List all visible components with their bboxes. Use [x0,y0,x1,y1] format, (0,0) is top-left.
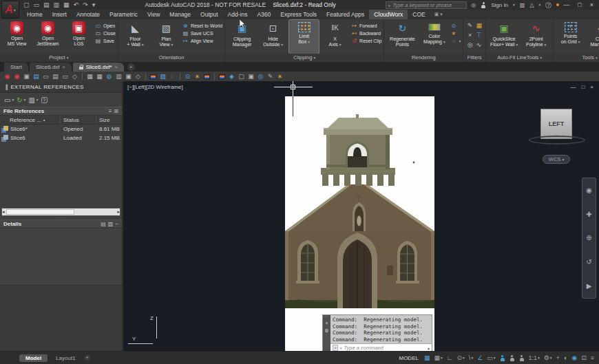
group-title-clipping[interactable]: Clipping ▾ [225,54,383,62]
customization-menu-button[interactable]: ≡ [591,354,594,361]
tab-output[interactable]: Output [196,10,223,19]
save-icon[interactable]: ▤ [43,1,50,8]
clash-manager-button[interactable]: ◆ Clash Manager ▾ [587,20,599,54]
pointcloud-axis-icon[interactable]: ▥ [115,73,123,81]
new-icon[interactable]: ▢ [23,1,30,8]
clean-screen-toggle[interactable]: ⊡ [581,354,587,361]
details-preview-icon[interactable]: ▨ [108,221,114,227]
sketch-icon[interactable]: ✎ [266,73,274,81]
vp-minimize-button[interactable]: — [570,84,576,90]
grid-display-toggle[interactable]: ▦ [424,354,430,361]
copy-view-icon[interactable]: ▣ [23,73,30,81]
command-grip[interactable]: ···· × ⚙ [323,315,330,351]
xref-row-slice6-current[interactable]: Slice6* Opened 8.61 MB [0,125,122,133]
command-input[interactable]: > ▾ Type a command ▴ [330,343,432,351]
colormap-icon[interactable] [203,73,211,81]
regenerate-points-button[interactable]: ↻ RegeneratePoints [386,20,418,54]
tab-addins[interactable]: Add-ins [223,10,253,19]
render-option-1-button[interactable]: ⊙ [450,23,461,29]
showmotion-icon[interactable]: ▶ [587,282,592,290]
undo-icon[interactable]: ↶ [74,1,79,8]
model-space-label[interactable]: MODEL [399,355,418,361]
help-icon[interactable]: ? [545,2,551,8]
clip-forward-button[interactable]: ↦ Forward [351,23,381,29]
cloud-sync-icon[interactable]: ◌ [169,73,176,81]
tab-insert[interactable]: Insert [48,10,72,19]
dynamic-input-toggle[interactable]: ∠ [477,354,483,361]
details-collapse-icon[interactable]: − [115,221,118,227]
list-view-icon[interactable]: ≡ [109,108,112,114]
tab-express-tools[interactable]: Express Tools [275,10,322,19]
tab-manage[interactable]: Manage [165,10,196,19]
open-jetstream-icon[interactable]: ◉ [13,73,21,81]
tab-slice6-dxf[interactable]: Slice6.dxf × [30,63,72,72]
tab-coe[interactable]: COE [408,10,430,19]
vp-restore-button[interactable]: □ [581,84,585,90]
tab-a360[interactable]: A360 [252,10,275,19]
floor-wall-button[interactable]: ◣ Floor + Wall ▾ [120,20,150,54]
close-tab-icon[interactable]: × [114,65,117,69]
saveas-icon[interactable]: ▥ [54,1,60,8]
open-msview-button[interactable]: ◉ OpenMS View [2,20,32,54]
tab-view[interactable]: View [143,10,165,19]
tab-annotate[interactable]: Annotate [72,10,105,19]
truspace-pin-icon[interactable]: ◈ [228,73,235,81]
xref-row-slice6[interactable]: Slice6 Loaded 2.15 MB [0,133,122,142]
open-icon[interactable]: ▭ [34,1,40,8]
pan-icon[interactable]: ✚ [586,211,591,218]
sign-in-button[interactable]: Sign In [491,2,508,8]
group-title-project[interactable]: Project ▾ [0,54,118,62]
image-export-icon[interactable]: ▨ [159,73,167,81]
help-search-input[interactable]: ▸ Type a keyword or phrase [386,1,467,9]
flash-icon[interactable]: ∗ [276,73,284,81]
project-save-button[interactable]: ▤ Save [95,38,116,44]
annotation-scale-dropdown[interactable]: 1:1▾ [529,354,540,361]
project-close-button[interactable]: ▭ Close [95,30,116,36]
ortho-toggle[interactable]: ∟ [447,354,453,361]
render-option-3-button[interactable]: ◌ ▾ [450,38,461,44]
palette-title[interactable]: ▐ EXTERNAL REFERENCES [0,81,122,93]
2point-polyline-button[interactable]: ∿ 2Point Polyline ▾ [521,20,551,54]
limit-box-button[interactable]: Limit Box ▾ [289,20,319,54]
project-open-button[interactable]: ▭ Open [95,23,116,29]
open-lgs-button[interactable]: ▣ OpenLGS [64,20,94,54]
details-save-icon[interactable]: ▤ [101,221,106,227]
annotation-autoscale-toggle[interactable] [509,355,515,361]
tree-view-icon[interactable]: ⊞ [114,108,118,114]
points-on-grid-button[interactable]: Points on Grid ▾ [556,20,585,54]
annotation-scale-person-icon[interactable] [519,355,525,361]
colorbar-icon[interactable] [149,73,157,81]
annotation-visibility-toggle[interactable] [500,355,505,361]
hardware-acceleration-toggle[interactable]: ◉ [571,354,577,361]
workspace-settings-gear[interactable]: ⚙▾ [544,354,552,361]
sign-in-dropdown-icon[interactable]: ▾ [513,3,515,7]
pointcloud-fit-icon[interactable]: ◇ [134,73,142,81]
share-dropdown-icon[interactable]: ▾ [539,3,541,7]
pointcloud-snap-icon[interactable]: ▣ [125,73,132,81]
pointcloud-density-icon[interactable]: ▦ [86,73,94,81]
clip-box-icon[interactable]: ▢ [238,73,245,81]
tab-cloudworx[interactable]: CloudWorx [369,10,408,19]
recent-commands-icon[interactable]: ▴ [428,345,430,350]
orbit-icon[interactable]: ↺ [586,258,591,266]
vp-close-button[interactable]: × [590,84,593,90]
open-file-icon[interactable]: ▭ [42,73,50,81]
column-reference[interactable]: Reference ... ▴ [0,116,61,124]
object-snap-toggle[interactable]: \▾ [469,354,473,361]
application-menu-button[interactable]: A ▾ [1,1,19,19]
colormap2-icon[interactable] [218,73,226,81]
fit-circle-icon[interactable]: ◎ [465,41,474,51]
probe-icon[interactable]: ◎ [257,73,264,81]
snap-mode-toggle[interactable]: ▦▾ [434,354,442,361]
plan-view-button[interactable]: ▧ Plan View ▾ [151,20,181,54]
reset-clip-button[interactable]: ↺ Reset Clip [351,38,381,44]
color-mapping-button[interactable]: Color Mapping ▾ [419,20,449,54]
viewport-controls-label[interactable]: [−][Left][2D Wireframe] [127,84,183,90]
group-title-tools[interactable]: Tools ▾ [554,54,599,62]
new-layout-button[interactable]: + [84,354,91,361]
app-store-cart-icon[interactable]: ▥ [520,2,525,8]
ucs-view-icon[interactable]: ◇ [71,73,78,81]
scroll-left-icon[interactable]: ◂ [2,209,5,215]
search-icon[interactable]: ◎ [471,2,476,8]
x-axis-button[interactable]: ‖K X Axis ▾ [320,20,350,54]
